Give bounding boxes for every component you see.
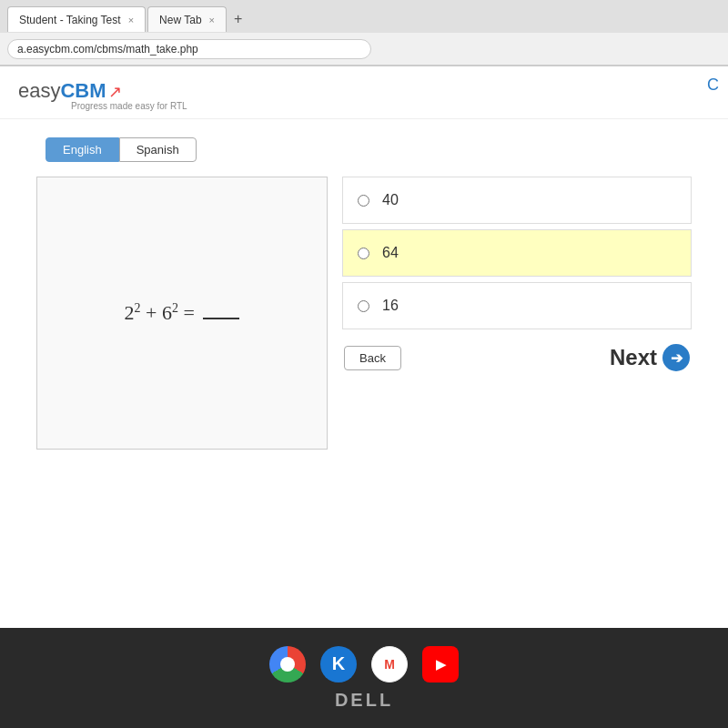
answer-label-b: 64 [382,245,399,261]
tab-close-button[interactable]: × [128,15,134,25]
tab-student-taking-test[interactable]: Student - Taking Test × [7,6,146,32]
answer-radio-b[interactable] [358,248,369,259]
answer-option-b[interactable]: 64 [342,229,692,277]
logo-easy: easy [18,79,60,103]
next-label: Next [610,345,657,370]
corner-label: C [707,76,719,95]
page-content: easyCBM↗ Progress made easy for RTL C En… [0,66,728,629]
browser-chrome: Student - Taking Test × New Tab × + [0,0,728,66]
quiz-body: 22 + 62 = 40 64 16 [36,177,692,450]
quiz-container: English Spanish 22 + 62 = 40 [0,119,728,468]
tab-close-button[interactable]: × [209,15,215,25]
question-text: 22 + 62 = [125,301,240,325]
tab-label: New Tab [159,14,201,26]
address-bar [0,33,728,66]
logo: easyCBM↗ [18,79,710,103]
language-tabs: English Spanish [46,137,692,162]
next-button[interactable]: Next ➔ [610,344,690,371]
back-button[interactable]: Back [344,346,401,370]
youtube-icon[interactable]: ▶ [422,646,459,682]
logo-tagline: Progress made easy for RTL [71,101,710,111]
kaspersky-icon[interactable]: K [320,646,357,682]
nav-buttons: Back Next ➔ [342,344,692,371]
answer-radio-a[interactable] [358,195,369,207]
answer-option-a[interactable]: 40 [342,177,692,224]
taskbar-icons: K M ▶ [269,646,459,682]
taskbar: K M ▶ DELL [0,628,728,728]
url-input[interactable] [7,39,371,59]
chrome-icon[interactable] [269,646,306,682]
answer-radio-c[interactable] [358,300,369,312]
language-tab-english[interactable]: English [46,137,119,162]
next-arrow-icon: ➔ [662,344,690,371]
answer-option-c[interactable]: 16 [342,282,692,329]
question-panel: 22 + 62 = [36,177,328,450]
dell-logo: DELL [335,690,393,711]
answer-label-c: 16 [382,298,399,314]
gmail-icon[interactable]: M [371,646,408,682]
language-tab-spanish[interactable]: Spanish [119,137,197,162]
logo-area: easyCBM↗ Progress made easy for RTL [0,66,728,119]
answers-panel: 40 64 16 Back Next ➔ [342,177,692,371]
new-tab-button[interactable]: + [228,11,248,27]
answer-label-a: 40 [382,192,399,208]
tab-label: Student - Taking Test [19,14,121,26]
tab-bar: Student - Taking Test × New Tab × + [0,0,728,33]
logo-arrow-icon: ↗ [108,82,122,102]
tab-new-tab[interactable]: New Tab × [147,6,227,32]
logo-cbm: CBM [60,79,106,103]
